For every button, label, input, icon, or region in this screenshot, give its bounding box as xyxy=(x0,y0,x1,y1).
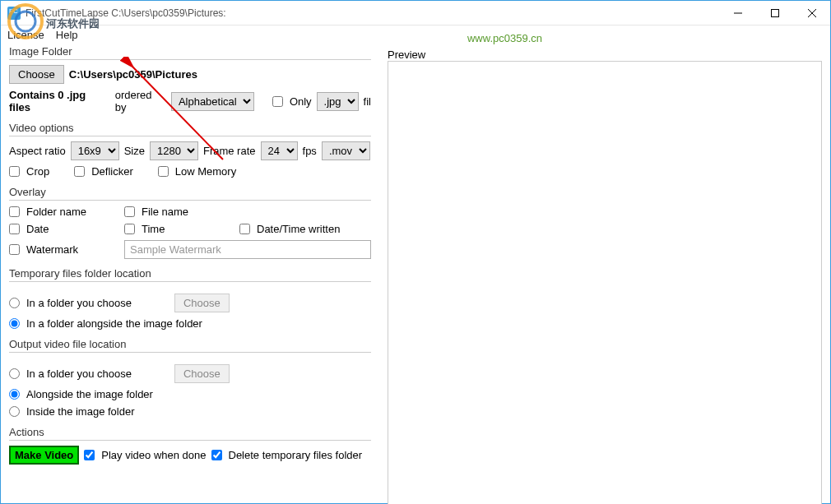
overlay-label: Overlay xyxy=(9,186,371,201)
image-folder-path: C:\Users\pc0359\Pictures xyxy=(69,68,197,81)
size-select[interactable]: 1280 xyxy=(150,141,198,160)
size-label: Size xyxy=(124,145,145,157)
choose-image-folder-button[interactable]: Choose xyxy=(9,65,64,84)
titlebar: FirstCutTimeLapse C:\Users\pc0359\Pictur… xyxy=(1,1,830,25)
temp-choose-button[interactable]: Choose xyxy=(174,294,230,312)
folder-name-checkbox[interactable]: Folder name xyxy=(9,206,124,218)
minimize-button[interactable] xyxy=(719,1,756,25)
ext-select[interactable]: .jpg xyxy=(317,92,359,111)
deflicker-checkbox[interactable]: Deflicker xyxy=(74,165,133,178)
image-folder-label: Image Folder xyxy=(9,45,371,60)
framerate-label: Frame rate xyxy=(203,145,256,157)
framerate-select[interactable]: 24 xyxy=(261,141,298,160)
menu-help[interactable]: Help xyxy=(56,29,78,41)
container-select[interactable]: .mov xyxy=(322,141,370,160)
output-label: Output video file location xyxy=(9,338,371,353)
aspect-select[interactable]: 16x9 xyxy=(71,141,119,160)
order-select[interactable]: Alphabetical xyxy=(171,92,254,111)
output-alongside-radio[interactable]: Alongside the image folder xyxy=(9,388,153,400)
close-button[interactable] xyxy=(793,1,830,25)
app-icon xyxy=(7,7,21,20)
preview-label: Preview xyxy=(388,49,822,61)
output-choose-radio[interactable]: In a folder you choose xyxy=(9,368,132,380)
maximize-button[interactable] xyxy=(756,1,793,25)
crop-checkbox[interactable]: Crop xyxy=(9,165,49,178)
actions-label: Actions xyxy=(9,426,371,441)
fil-text: fil xyxy=(364,95,371,108)
aspect-label: Aspect ratio xyxy=(9,145,66,157)
watermark-input[interactable] xyxy=(124,240,371,259)
date-checkbox[interactable]: Date xyxy=(9,223,124,235)
only-checkbox[interactable]: Only xyxy=(272,95,312,108)
delete-temp-checkbox[interactable]: Delete temporary files folder xyxy=(211,449,363,461)
video-options-label: Video options xyxy=(9,122,371,136)
temp-choose-radio[interactable]: In a folder you choose xyxy=(9,297,132,309)
file-name-checkbox[interactable]: File name xyxy=(124,206,239,218)
play-when-done-checkbox[interactable]: Play video when done xyxy=(84,449,206,461)
window-title: FirstCutTimeLapse C:\Users\pc0359\Pictur… xyxy=(26,7,719,19)
make-video-button[interactable]: Make Video xyxy=(9,446,79,465)
menubar: License Help xyxy=(1,25,830,44)
fps-label: fps xyxy=(303,145,317,157)
preview-area xyxy=(388,61,822,504)
output-inside-radio[interactable]: Inside the image folder xyxy=(9,405,135,418)
contains-text: Contains 0 .jpg files xyxy=(9,89,110,113)
lowmemory-checkbox[interactable]: Low Memory xyxy=(158,165,236,178)
temp-alongside-radio[interactable]: In a folder alongside the image folder xyxy=(9,317,202,330)
svg-rect-1 xyxy=(771,9,778,16)
menu-license[interactable]: License xyxy=(7,29,44,41)
output-choose-button[interactable]: Choose xyxy=(174,364,230,383)
datetime-written-checkbox[interactable]: Date/Time written xyxy=(239,223,371,235)
temp-label: Temporary files folder location xyxy=(9,267,371,282)
ordered-by-label: ordered by xyxy=(115,89,166,113)
time-checkbox[interactable]: Time xyxy=(124,223,239,235)
watermark-checkbox[interactable]: Watermark xyxy=(9,243,124,256)
